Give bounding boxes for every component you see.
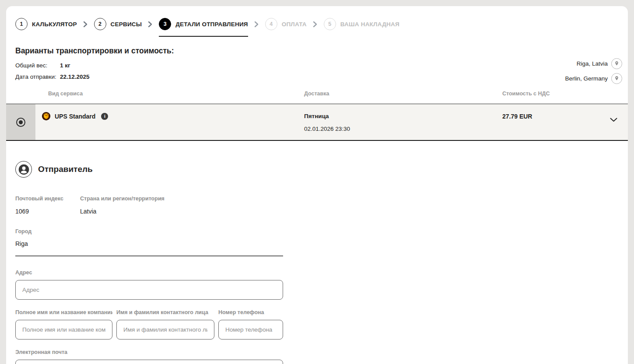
company-name-field: Полное имя или название компании [15, 309, 112, 340]
postal-code-field: Почтовый индекс 1069 [15, 196, 80, 215]
step-services[interactable]: 2 СЕРВИСЫ [94, 18, 142, 37]
shipment-details-card: 1 КАЛЬКУЛЯТОР 2 СЕРВИСЫ 3 ДЕТАЛИ ОТПРАВЛ… [6, 6, 628, 364]
ship-date-label: Дата отправки: [15, 74, 60, 80]
total-weight-value: 1 кг [60, 62, 619, 69]
chevron-right-icon [313, 21, 318, 28]
phone-input[interactable] [218, 320, 283, 340]
country-label: Страна или регион/территория [80, 196, 165, 202]
total-weight-label: Общий вес: [15, 62, 60, 69]
service-radio-cell [6, 104, 35, 140]
location-pin-icon[interactable] [611, 73, 622, 84]
step-number-badge: 4 [265, 18, 277, 30]
price-value: 27.79 EUR [502, 113, 532, 120]
postal-code-label: Почтовый индекс [15, 196, 80, 202]
service-type-header: Вид сервиса [35, 91, 298, 97]
services-table-header: Вид сервиса Доставка Стоимость с НДС [6, 91, 628, 104]
service-cell: UPS Standard i [35, 104, 298, 121]
chevron-right-icon [83, 21, 88, 28]
step-label: КАЛЬКУЛЯТОР [32, 21, 77, 28]
country-value: Latvia [80, 208, 165, 215]
step-number-badge: 3 [159, 18, 171, 30]
service-name: UPS Standard [55, 113, 95, 120]
step-waybill: 5 ВАША НАКЛАДНАЯ [324, 18, 399, 37]
company-name-input[interactable] [15, 320, 112, 340]
city-label: Город [15, 228, 283, 234]
price-header: Стоимость с НДС [496, 91, 628, 97]
service-row-ups-standard[interactable]: UPS Standard i Пятница 02.01.2026 23:30 … [6, 104, 628, 141]
email-input[interactable] [15, 360, 283, 364]
email-label: Электронная почта [15, 349, 283, 355]
chevron-right-icon [148, 21, 153, 28]
ups-shield-logo [42, 112, 51, 121]
step-label: ДЕТАЛИ ОТПРАВЛЕНИЯ [175, 21, 248, 28]
email-field: Электронная почта [15, 349, 283, 364]
address-input[interactable] [15, 280, 283, 300]
step-number-badge: 1 [15, 18, 28, 30]
header-spacer [6, 91, 35, 97]
destination-label: Berlin, Germany [565, 75, 608, 82]
price-cell: 27.79 EUR [496, 104, 628, 140]
page-title: Варианты транспортировки и стоимость: [15, 46, 619, 56]
sender-section-title: Отправитель [38, 164, 93, 174]
contact-person-label: Имя и фамилия контактного лица [116, 309, 214, 315]
step-number-badge: 5 [324, 18, 336, 30]
name-contact-phone-row: Полное имя или название компании Имя и ф… [15, 309, 283, 340]
delivery-header: Доставка [298, 91, 496, 97]
address-label: Адрес [15, 270, 283, 276]
origin-row: Riga, Latvia [577, 58, 622, 69]
service-radio-selected[interactable] [16, 118, 25, 127]
postal-country-row: Почтовый индекс 1069 Страна или регион/т… [15, 196, 283, 215]
step-label: СЕРВИСЫ [111, 21, 142, 28]
chevron-down-icon[interactable] [610, 118, 617, 122]
delivery-day: Пятница [304, 113, 496, 119]
delivery-cell: Пятница 02.01.2026 23:30 [298, 104, 496, 140]
sender-section-header: Отправитель [15, 161, 619, 178]
postal-code-value: 1069 [15, 208, 80, 215]
contact-person-input[interactable] [116, 320, 214, 340]
step-shipment-details[interactable]: 3 ДЕТАЛИ ОТПРАВЛЕНИЯ [159, 18, 248, 37]
checkout-stepper: 1 КАЛЬКУЛЯТОР 2 СЕРВИСЫ 3 ДЕТАЛИ ОТПРАВЛ… [15, 18, 619, 37]
destination-row: Berlin, Germany [565, 73, 622, 84]
route-panel: Riga, Latvia Berlin, Germany [565, 58, 622, 84]
location-pin-icon[interactable] [611, 58, 622, 69]
info-icon[interactable]: i [101, 113, 108, 120]
services-table: Вид сервиса Доставка Стоимость с НДС [6, 91, 628, 141]
contact-person-field: Имя и фамилия контактного лица [116, 309, 214, 340]
step-label: ОПЛАТА [282, 21, 307, 28]
total-weight-row: Общий вес: 1 кг [15, 62, 619, 69]
shipment-summary: Общий вес: 1 кг Дата отправки: 22.12.202… [15, 62, 619, 80]
chevron-right-icon [254, 21, 259, 28]
phone-field: Номер телефона [218, 309, 283, 340]
step-number-badge: 2 [94, 18, 106, 30]
city-field: Город [15, 228, 283, 256]
ship-date-value: 22.12.2025 [60, 74, 619, 80]
delivery-datetime: 02.01.2026 23:30 [304, 126, 496, 132]
address-field: Адрес [15, 270, 283, 300]
step-calculator[interactable]: 1 КАЛЬКУЛЯТОР [15, 18, 77, 37]
user-circle-icon [15, 161, 32, 178]
country-field: Страна или регион/территория Latvia [80, 196, 165, 215]
origin-label: Riga, Latvia [577, 60, 608, 67]
step-label: ВАША НАКЛАДНАЯ [340, 21, 399, 28]
phone-label: Номер телефона [218, 309, 283, 315]
ship-date-row: Дата отправки: 22.12.2025 [15, 74, 619, 80]
city-input[interactable] [15, 240, 283, 256]
sender-form: Почтовый индекс 1069 Страна или регион/т… [15, 196, 283, 364]
step-payment: 4 ОПЛАТА [265, 18, 307, 37]
company-name-label: Полное имя или название компании [15, 309, 112, 315]
radio-dot [19, 120, 23, 124]
